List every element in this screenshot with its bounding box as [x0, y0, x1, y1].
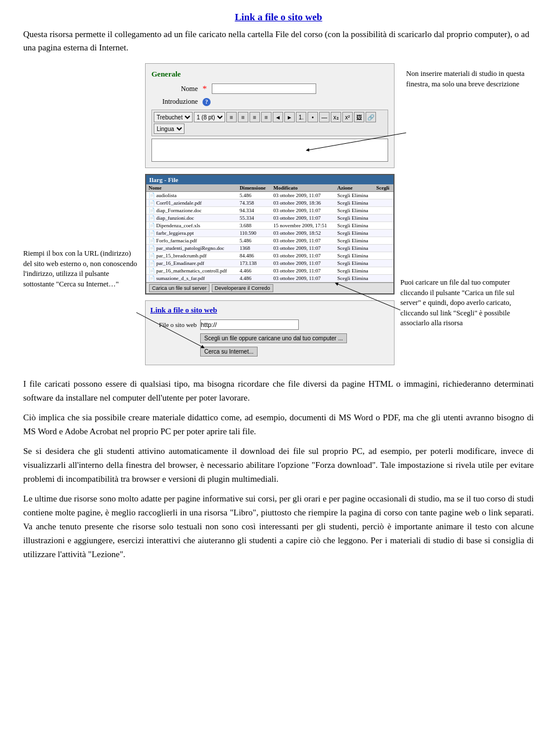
col-azione: Azione	[335, 184, 374, 192]
align-right-btn[interactable]: ≡	[249, 112, 260, 122]
ol-btn[interactable]: 1.	[296, 112, 306, 122]
nome-label: Nome	[151, 85, 198, 93]
paragraph-2: Ciò implica che sia possibile creare mat…	[23, 410, 534, 438]
table-row: 📄 audiolista5.48603 ottobre 2009, 11:07S…	[146, 192, 393, 199]
introduzione-label: Introduzione	[151, 97, 198, 106]
table-row: 📄 par_16_Emadinare.pdf173.13803 ottobre …	[146, 260, 393, 267]
help-icon[interactable]: ?	[202, 98, 211, 106]
url-row: File o sito web	[150, 319, 389, 330]
col-dim: Dimensione	[237, 184, 271, 192]
scegli-file-btn[interactable]: Scegli un file oppure caricane uno dal t…	[200, 333, 347, 343]
cerca-row: Cerca su Internet...	[150, 347, 389, 357]
col-scegli: Scegli	[374, 184, 394, 192]
table-row: 📄 par_15_breadcrumb.pdf84.48603 ottobre …	[146, 252, 393, 260]
page-title: Link a file o sito web	[23, 12, 534, 23]
table-row: 📄 Forfo_farmacia.pdf5.48603 ottobre 2009…	[146, 237, 393, 245]
file-browser: Ilarg - File Nome Dimensione Modificato …	[145, 174, 395, 295]
indent-btn[interactable]: ►	[284, 112, 295, 122]
table-row: 📄 Corr01_aziendale.pdf74.35803 ottobre 2…	[146, 199, 393, 207]
link-btn[interactable]: 🔗	[366, 112, 376, 122]
editor-area[interactable]	[151, 139, 388, 162]
introduzione-row: Introduzione ?	[151, 97, 388, 106]
file-browser-title: Ilarg - File	[146, 175, 393, 184]
link-section: Link a file o sito web File o sito web S…	[145, 300, 395, 365]
align-center-btn[interactable]: ≡	[238, 112, 248, 122]
table-row: 📄 diap_funzioni.doc55.33403 ottobre 2009…	[146, 215, 393, 222]
intro-text: Questa risorsa permette il collegamento …	[23, 28, 534, 54]
hr-btn[interactable]: —	[319, 112, 330, 122]
cerca-internet-btn[interactable]: Cerca su Internet...	[200, 347, 258, 357]
size-select[interactable]: 1 (8 pt)	[194, 112, 225, 122]
callout-right-top: Non inserire materiali di studio in ques…	[406, 69, 534, 89]
lang-select[interactable]: Lingua	[154, 123, 185, 134]
table-row: 📄 par_16_mathematics_controll.pdf4.46603…	[146, 267, 393, 275]
col-nome: Nome	[146, 184, 237, 192]
callout-left: Riempi il box con la URL (indirizzo) del…	[23, 249, 139, 289]
screenshots-area: Generale Nome * Introduzione ? Trebuchet…	[145, 63, 395, 365]
table-row: 📄 farbr_leggiera.ppt110.59003 ottobre 20…	[146, 230, 393, 237]
table-row: 📄 Dipendenza_coef.xls3.68815 novembre 20…	[146, 222, 393, 230]
callout-right-bottom: Puoi caricare un file dal tuo computer c…	[400, 278, 534, 329]
col-mod: Modificato	[271, 184, 335, 192]
paragraph-1: I file caricati possono essere di qualsi…	[23, 377, 534, 405]
table-row: 📄 sumazione_d_s_far.pdf4.48603 ottobre 2…	[146, 275, 393, 282]
subscript-btn[interactable]: x₂	[331, 112, 341, 122]
align-justify-btn[interactable]: ≡	[261, 112, 272, 122]
image-btn[interactable]: 🖼	[354, 112, 364, 122]
paragraph-4: Le ultime due risorse sono molto adatte …	[23, 492, 534, 561]
required-star: *	[202, 84, 207, 94]
nome-row: Nome *	[151, 83, 388, 94]
form-mockup: Generale Nome * Introduzione ? Trebuchet…	[145, 63, 395, 168]
nome-input[interactable]	[212, 83, 316, 94]
url-input[interactable]	[200, 319, 299, 330]
table-row: 📄 diap_Formazione.doc94.33403 ottobre 20…	[146, 207, 393, 215]
editor-toolbar: Trebuchet 1 (8 pt) ≡ ≡ ≡ ≡ ◄ ► 1. • — x₂…	[151, 110, 388, 136]
generale-label: Generale	[151, 70, 388, 79]
developer-btn[interactable]: Developerare il Corredo	[212, 284, 273, 292]
table-row: 📄 par_studenti_patologiRegno.doc136803 o…	[146, 245, 393, 252]
paragraph-3: Se si desidera che gli studenti attivino…	[23, 444, 534, 486]
superscript-btn[interactable]: x²	[342, 112, 353, 122]
file-browser-footer: Carica un file sul server Developerare i…	[146, 282, 393, 293]
align-left-btn[interactable]: ≡	[226, 112, 237, 122]
ul-btn[interactable]: •	[308, 112, 318, 122]
carica-file-btn[interactable]: Carica un file sul server	[149, 284, 209, 292]
font-select[interactable]: Trebuchet	[154, 112, 193, 122]
diagram-wrapper: Non inserire materiali di studio in ques…	[23, 63, 534, 365]
outdent-btn[interactable]: ◄	[273, 112, 283, 122]
file-label: File o sito web	[150, 321, 197, 328]
scegli-row: Scegli un file oppure caricane uno dal t…	[150, 333, 389, 343]
file-browser-table: Nome Dimensione Modificato Azione Scegli…	[146, 184, 393, 282]
link-section-title: Link a file o sito web	[150, 306, 389, 315]
